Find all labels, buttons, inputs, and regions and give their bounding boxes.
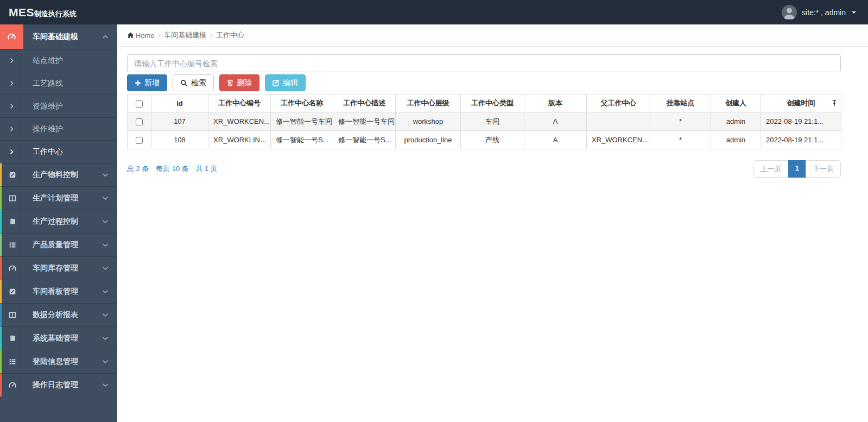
header-station: 挂靠站点 bbox=[650, 95, 711, 112]
sidebar-item-station-maintenance[interactable]: 站点维护 bbox=[0, 49, 117, 72]
sidebar-item-product-quality-management[interactable]: 产品质量管理 bbox=[0, 233, 117, 256]
brand-text-bold: MES bbox=[9, 6, 34, 19]
list-icon bbox=[2, 350, 23, 373]
header-creator: 创建人 bbox=[711, 95, 761, 112]
caret-down-icon bbox=[852, 11, 856, 14]
main-content: Home / 车间基础建模 / 工作中心 新增 检索 bbox=[117, 24, 868, 422]
chevron-right-icon bbox=[0, 49, 23, 72]
sidebar-item-label: 数据分析报表 bbox=[23, 310, 102, 320]
app-root: MES 制造执行系统 site:* , admin 车间基础建模 bbox=[0, 0, 868, 422]
sidebar-item-workshop-inventory-management[interactable]: 车间库存管理 bbox=[0, 256, 117, 280]
row-checkbox[interactable] bbox=[136, 137, 143, 144]
user-menu[interactable]: site:* , admin bbox=[782, 0, 868, 24]
pagination-summary: 总 2 条 每页 10 条 共 1 页 bbox=[127, 164, 223, 174]
select-all-checkbox[interactable] bbox=[136, 100, 143, 108]
chevron-down-icon bbox=[102, 336, 117, 341]
chevron-down-icon bbox=[102, 313, 117, 317]
sidebar-item-production-process-control[interactable]: 生产过程控制 bbox=[0, 210, 117, 233]
breadcrumb: Home / 车间基础建模 / 工作中心 bbox=[117, 24, 868, 47]
sidebar-item-label: 操作维护 bbox=[23, 124, 117, 134]
sidebar-item-workshop-basic-modeling[interactable]: 车间基础建模 bbox=[0, 24, 117, 49]
pencil-square-icon bbox=[2, 280, 23, 303]
breadcrumb-item-workshop-modeling[interactable]: 车间基础建模 bbox=[164, 30, 206, 40]
pagination: 总 2 条 每页 10 条 共 1 页 上一页 1 下一页 bbox=[127, 160, 841, 178]
brand-logo[interactable]: MES 制造执行系统 bbox=[0, 6, 77, 19]
plus-icon bbox=[135, 80, 141, 86]
sidebar-item-label: 操作日志管理 bbox=[23, 380, 102, 390]
user-label: site:* , admin bbox=[802, 8, 846, 17]
breadcrumb-item-work-center: 工作中心 bbox=[216, 30, 244, 40]
search-icon bbox=[180, 79, 188, 87]
chevron-down-icon bbox=[102, 243, 117, 247]
sidebar-item-data-analysis-report[interactable]: 数据分析报表 bbox=[0, 303, 117, 326]
sidebar-item-resource-maintenance[interactable]: 资源维护 bbox=[0, 95, 117, 117]
chevron-right-icon bbox=[0, 118, 23, 140]
table-row[interactable]: 107 XR_WORKCEN... 修一智能一号车间 修一智能一号车间 work… bbox=[128, 112, 841, 131]
search-input[interactable] bbox=[127, 54, 841, 72]
chevron-down-icon bbox=[102, 173, 117, 177]
sidebar-item-label: 工作中心 bbox=[23, 147, 117, 157]
sidebar-item-workshop-kanban-management[interactable]: 车间看板管理 bbox=[0, 280, 117, 303]
content-body: 新增 检索 删除 编辑 bbox=[117, 47, 868, 178]
sidebar-item-label: 车间看板管理 bbox=[23, 287, 102, 297]
header-id: id bbox=[151, 95, 208, 112]
sidebar-item-label: 车间库存管理 bbox=[23, 263, 102, 273]
sidebar-item-production-material-control[interactable]: 生产物料控制 bbox=[0, 163, 117, 186]
chevron-right-icon bbox=[0, 95, 23, 117]
chevron-down-icon bbox=[102, 289, 117, 294]
sidebar-item-label: 站点维护 bbox=[23, 56, 117, 66]
sidebar-item-label: 车间基础建模 bbox=[23, 32, 102, 42]
chevron-down-icon bbox=[102, 383, 117, 387]
pencil-square-icon bbox=[2, 163, 23, 186]
brand-text-rest: 制造执行系统 bbox=[34, 9, 77, 19]
sidebar-item-login-info-management[interactable]: 登陆信息管理 bbox=[0, 350, 117, 373]
sidebar-item-production-plan-management[interactable]: 生产计划管理 bbox=[0, 186, 117, 210]
header-name: 工作中心名称 bbox=[271, 95, 333, 112]
pager: 上一页 1 下一页 bbox=[753, 160, 841, 178]
breadcrumb-home-link[interactable]: Home bbox=[127, 32, 155, 40]
list-icon bbox=[2, 234, 23, 256]
columns-icon bbox=[2, 304, 23, 326]
columns-icon bbox=[2, 187, 23, 210]
pin-icon[interactable] bbox=[832, 100, 837, 107]
header-description: 工作中心描述 bbox=[333, 95, 396, 112]
delete-button[interactable]: 删除 bbox=[219, 74, 259, 91]
sidebar-item-operation-maintenance[interactable]: 操作维护 bbox=[0, 117, 117, 140]
header-code: 工作中心编号 bbox=[208, 95, 271, 112]
row-checkbox[interactable] bbox=[136, 118, 143, 125]
sidebar-item-work-center[interactable]: 工作中心 bbox=[0, 140, 117, 163]
add-button[interactable]: 新增 bbox=[127, 74, 167, 91]
sidebar-item-process-route[interactable]: 工艺路线 bbox=[0, 72, 117, 95]
sidebar-item-operation-log-management[interactable]: 操作日志管理 bbox=[0, 373, 117, 396]
chevron-down-icon bbox=[102, 360, 117, 364]
chevron-right-icon bbox=[0, 72, 23, 95]
dashboard-icon bbox=[0, 24, 23, 49]
next-page-button[interactable]: 下一页 bbox=[806, 160, 841, 178]
search-button[interactable]: 检索 bbox=[173, 74, 214, 91]
main-wrapper: 车间基础建模 站点维护 工艺路线 资源维护 操作维护 bbox=[0, 24, 868, 422]
prev-page-button[interactable]: 上一页 bbox=[753, 160, 789, 178]
sidebar-item-label: 生产计划管理 bbox=[23, 193, 102, 203]
header-select-all bbox=[128, 95, 151, 112]
sidebar-item-label: 资源维护 bbox=[23, 102, 117, 111]
work-center-table: id 工作中心编号 工作中心名称 工作中心描述 工作中心层级 工作中心类型 版本… bbox=[127, 94, 841, 149]
sidebar-item-label: 登陆信息管理 bbox=[23, 357, 102, 367]
dashboard-icon bbox=[2, 374, 23, 396]
chevron-right-icon bbox=[0, 141, 23, 163]
chevron-down-icon bbox=[102, 219, 117, 224]
edit-button[interactable]: 编辑 bbox=[265, 74, 306, 91]
sidebar-item-system-basic-management[interactable]: 系统基础管理 bbox=[0, 326, 117, 350]
sidebar-item-label: 生产物料控制 bbox=[23, 170, 102, 180]
sidebar-item-label: 系统基础管理 bbox=[23, 333, 102, 343]
chevron-down-icon bbox=[102, 196, 117, 200]
sidebar: 车间基础建模 站点维护 工艺路线 资源维护 操作维护 bbox=[0, 24, 117, 422]
toolbar: 新增 检索 删除 编辑 bbox=[127, 74, 841, 91]
page-1-button[interactable]: 1 bbox=[788, 160, 806, 178]
home-icon bbox=[127, 32, 134, 39]
trash-icon bbox=[227, 79, 233, 86]
header-version: 版本 bbox=[524, 95, 587, 112]
table-header-row: id 工作中心编号 工作中心名称 工作中心描述 工作中心层级 工作中心类型 版本… bbox=[128, 95, 841, 112]
top-navbar: MES 制造执行系统 site:* , admin bbox=[0, 0, 868, 24]
chevron-up-icon bbox=[102, 35, 117, 39]
table-row[interactable]: 108 XR_WORKLINE... 修一智能一号S... 修一智能一号S...… bbox=[128, 131, 841, 149]
